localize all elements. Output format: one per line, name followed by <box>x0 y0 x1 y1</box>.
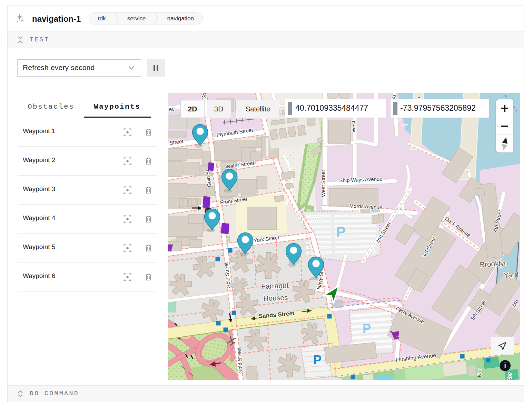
svg-text:P: P <box>336 224 346 239</box>
svg-text:Houses: Houses <box>263 294 288 302</box>
svg-text:Farragut: Farragut <box>261 281 289 290</box>
svg-text:Go: Go <box>200 93 207 100</box>
svg-text:Yard: Yard <box>503 270 519 279</box>
svg-text:West: West <box>351 120 356 132</box>
svg-text:P: P <box>363 321 371 336</box>
svg-text:Nor: Nor <box>506 373 513 380</box>
svg-text:West Street: West Street <box>320 170 326 197</box>
svg-text:Nor: Nor <box>476 369 483 378</box>
svg-text:P: P <box>313 353 322 367</box>
